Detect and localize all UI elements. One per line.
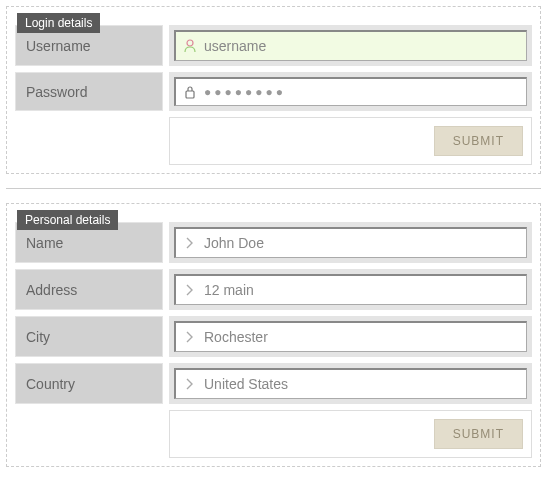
country-input[interactable]: United States [174,368,527,399]
username-value: username [204,38,266,54]
svg-point-0 [187,40,193,46]
user-icon [184,39,196,53]
password-field-wrap: ●●●●●●●● [169,72,532,111]
login-submit-area: SUBMIT [169,117,532,165]
address-row: Address 12 main [15,269,532,310]
login-submit-row: SUBMIT [15,117,532,165]
address-field-wrap: 12 main [169,269,532,310]
password-input[interactable]: ●●●●●●●● [174,77,527,106]
personal-submit-button[interactable]: SUBMIT [434,419,523,449]
divider [6,188,541,189]
country-value: United States [204,376,288,392]
personal-fieldset: Personal details Name John Doe Address 1… [6,203,541,467]
city-input[interactable]: Rochester [174,321,527,352]
caret-right-icon [184,377,196,391]
caret-right-icon [184,283,196,297]
name-value: John Doe [204,235,264,251]
personal-submit-area: SUBMIT [169,410,532,458]
personal-submit-row: SUBMIT [15,410,532,458]
password-row: Password ●●●●●●●● [15,72,532,111]
lock-icon [184,85,196,99]
city-value: Rochester [204,329,268,345]
name-field-wrap: John Doe [169,222,532,263]
city-row: City Rochester [15,316,532,357]
address-input[interactable]: 12 main [174,274,527,305]
city-label: City [15,316,163,357]
username-input[interactable]: username [174,30,527,61]
svg-rect-1 [186,91,194,98]
country-field-wrap: United States [169,363,532,404]
login-legend: Login details [17,13,100,33]
country-label: Country [15,363,163,404]
password-mask: ●●●●●●●● [204,85,286,99]
personal-legend: Personal details [17,210,118,230]
login-submit-button[interactable]: SUBMIT [434,126,523,156]
address-label: Address [15,269,163,310]
name-input[interactable]: John Doe [174,227,527,258]
username-field-wrap: username [169,25,532,66]
login-fieldset: Login details Username username Password… [6,6,541,174]
city-field-wrap: Rochester [169,316,532,357]
caret-right-icon [184,330,196,344]
caret-right-icon [184,236,196,250]
country-row: Country United States [15,363,532,404]
address-value: 12 main [204,282,254,298]
password-label: Password [15,72,163,111]
